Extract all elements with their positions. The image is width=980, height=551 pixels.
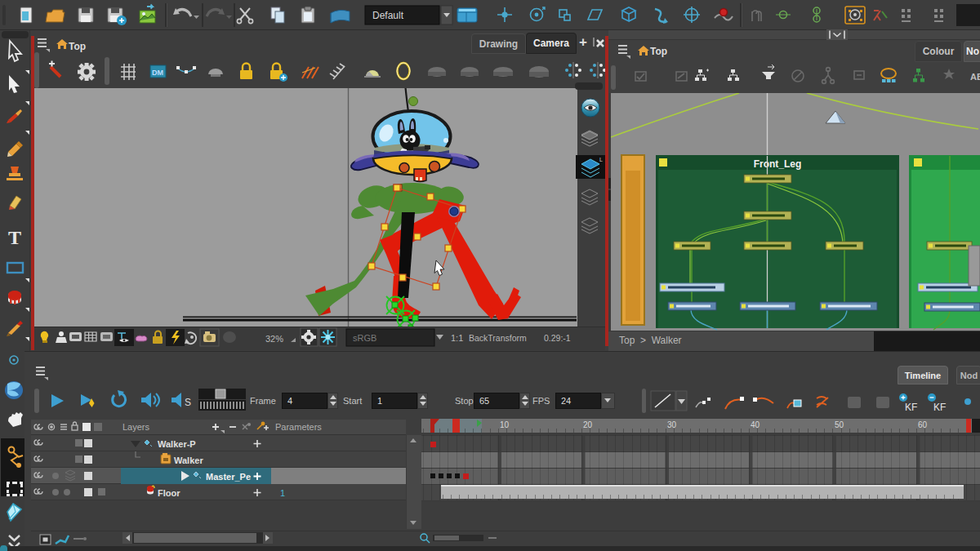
svg-text:0.29:-1: 0.29:-1	[544, 333, 571, 343]
svg-text:60: 60	[918, 420, 928, 429]
svg-text:Frame: Frame	[250, 396, 276, 406]
svg-text:S: S	[185, 397, 191, 408]
svg-text:KF: KF	[933, 402, 946, 413]
svg-text:T: T	[8, 227, 21, 248]
svg-text:DM: DM	[152, 69, 163, 77]
svg-text:sRGB: sRGB	[353, 333, 376, 343]
svg-text:Front_Leg: Front_Leg	[754, 158, 802, 170]
svg-text:30: 30	[667, 420, 677, 429]
svg-text:Start: Start	[343, 396, 362, 406]
svg-text:20: 20	[583, 420, 593, 429]
svg-text:Walker: Walker	[174, 455, 203, 465]
svg-text:BackTransform: BackTransform	[469, 333, 527, 343]
svg-text:L: L	[599, 157, 603, 162]
svg-text:1:1: 1:1	[451, 333, 463, 343]
svg-text:AB: AB	[970, 72, 980, 82]
svg-text:1: 1	[280, 488, 285, 498]
svg-text:10: 10	[500, 420, 510, 429]
svg-text:Floor: Floor	[158, 488, 180, 498]
svg-text:Stop: Stop	[455, 396, 474, 406]
svg-text:Parameters: Parameters	[275, 422, 322, 432]
svg-text:50: 50	[835, 420, 844, 429]
svg-text:40: 40	[751, 420, 760, 429]
svg-text:32%: 32%	[265, 334, 283, 344]
svg-text:Layers: Layers	[122, 422, 150, 432]
svg-text:Walker-P: Walker-P	[158, 439, 196, 449]
svg-text:Default: Default	[372, 10, 404, 21]
svg-text:Master_Pe: Master_Pe	[206, 472, 251, 482]
svg-text:FPS: FPS	[532, 396, 550, 406]
svg-text:KF: KF	[905, 402, 917, 413]
